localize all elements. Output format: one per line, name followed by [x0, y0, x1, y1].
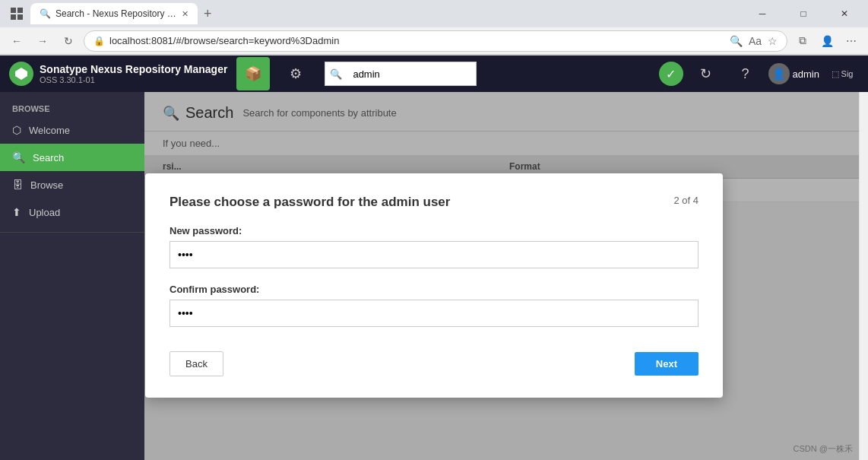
- main-content: 🔍 Search Search for components by attrib…: [144, 92, 859, 460]
- tab-favicon: 🔍: [40, 8, 51, 19]
- upload-sidebar-icon: ⬆: [12, 206, 21, 218]
- sidebar-item-upload[interactable]: ⬆ Upload: [0, 198, 144, 226]
- new-password-input[interactable]: [169, 241, 699, 268]
- tab-list-icon[interactable]: [6, 3, 27, 24]
- signout-label: ⬚ Sig: [832, 69, 854, 79]
- browser-addressbar: ← → ↻ 🔒 localhost:8081/#/browse/search=k…: [0, 27, 868, 55]
- back-button[interactable]: Back: [169, 351, 223, 376]
- sidebar-item-welcome-label: Welcome: [29, 125, 70, 136]
- back-button[interactable]: ←: [6, 30, 27, 52]
- refresh-nav-button[interactable]: ↻: [689, 57, 723, 90]
- svg-rect-3: [17, 14, 23, 20]
- address-bar-actions: 🔍 Aa ☆: [730, 35, 778, 47]
- welcome-icon: ⬡: [12, 124, 21, 136]
- logo-icon: [9, 62, 33, 86]
- address-bar[interactable]: 🔒 localhost:8081/#/browse/search=keyword…: [84, 30, 787, 52]
- modal-overlay: Please choose a password for the admin u…: [144, 92, 859, 460]
- modal-step: 2 of 4: [673, 195, 699, 206]
- settings-nav-button[interactable]: ⚙: [279, 57, 312, 90]
- sidebar-item-browse-label: Browse: [30, 179, 63, 191]
- browser-titlebar: 🔍 Search - Nexus Repository Mana ✕ + ─ □…: [0, 0, 868, 27]
- browse-nav-button[interactable]: 📦: [236, 57, 270, 90]
- search-sidebar-icon: 🔍: [12, 151, 25, 163]
- browser-chrome: 🔍 Search - Nexus Repository Mana ✕ + ─ □…: [0, 0, 868, 56]
- close-button[interactable]: ✕: [827, 3, 862, 24]
- browser-actions: ⧉ 👤 ⋯: [792, 30, 862, 52]
- modal-header: Please choose a password for the admin u…: [169, 195, 699, 210]
- svg-rect-2: [11, 14, 16, 20]
- new-tab-button[interactable]: +: [204, 6, 212, 22]
- reader-icon[interactable]: Aa: [749, 35, 762, 47]
- sidebar-browse-section: Browse ⬡ Welcome 🔍 Search 🗄 Browse ⬆ Upl…: [0, 92, 144, 233]
- modal-title: Please choose a password for the admin u…: [169, 195, 450, 210]
- sidebar-item-search[interactable]: 🔍 Search: [0, 144, 144, 171]
- app-container: Sonatype Nexus Repository Manager OSS 3.…: [0, 56, 868, 460]
- forward-button[interactable]: →: [32, 30, 53, 52]
- signout-button[interactable]: ⬚ Sig: [825, 57, 859, 90]
- sidebar-item-search-label: Search: [33, 152, 64, 163]
- content-area: Browse ⬡ Welcome 🔍 Search 🗄 Browse ⬆ Upl…: [0, 92, 868, 460]
- sidebar-section-title: Browse: [0, 98, 144, 116]
- browse-sidebar-icon: 🗄: [12, 179, 23, 191]
- svg-rect-1: [17, 8, 23, 13]
- check-status-button[interactable]: ✓: [659, 62, 683, 86]
- confirm-password-field: Confirm password:: [169, 284, 699, 327]
- app-title: Sonatype Nexus Repository Manager: [40, 63, 227, 75]
- confirm-password-input[interactable]: [169, 300, 699, 327]
- next-button[interactable]: Next: [635, 352, 699, 376]
- sidebar-item-welcome[interactable]: ⬡ Welcome: [0, 116, 144, 144]
- window-controls: ─ □ ✕: [745, 3, 862, 24]
- header-search-input[interactable]: [347, 68, 476, 80]
- header-right: ✓ ↻ ? 👤 admin ⬚ Sig: [659, 57, 859, 90]
- search-bar-icon: 🔍: [325, 68, 347, 80]
- modal-footer: Back Next: [169, 351, 699, 376]
- header-search-bar[interactable]: 🔍: [325, 62, 477, 86]
- minimize-button[interactable]: ─: [745, 3, 780, 24]
- app-subtitle: OSS 3.30.1-01: [40, 75, 227, 84]
- confirm-password-label: Confirm password:: [169, 284, 699, 295]
- password-modal: Please choose a password for the admin u…: [145, 173, 723, 398]
- svg-rect-0: [11, 8, 16, 13]
- help-nav-button[interactable]: ?: [729, 57, 762, 90]
- profile-button[interactable]: 👤: [816, 30, 838, 52]
- new-password-label: New password:: [169, 225, 699, 236]
- sidebar-item-browse[interactable]: 🗄 Browse: [0, 171, 144, 198]
- star-icon[interactable]: ☆: [768, 35, 778, 47]
- search-icon[interactable]: 🔍: [730, 35, 743, 47]
- lock-icon: 🔒: [93, 36, 105, 46]
- tab-close-button[interactable]: ✕: [182, 9, 188, 19]
- tab-title: Search - Nexus Repository Mana: [55, 8, 177, 19]
- menu-button[interactable]: ⋯: [841, 30, 862, 52]
- sidebar-item-upload-label: Upload: [29, 207, 60, 218]
- svg-marker-4: [15, 68, 27, 80]
- sidebar: Browse ⬡ Welcome 🔍 Search 🗄 Browse ⬆ Upl…: [0, 92, 144, 460]
- refresh-button[interactable]: ↻: [58, 30, 79, 52]
- maximize-button[interactable]: □: [786, 3, 821, 24]
- collections-button[interactable]: ⧉: [792, 30, 813, 52]
- browser-tab-active[interactable]: 🔍 Search - Nexus Repository Mana ✕: [30, 3, 198, 24]
- new-password-field: New password:: [169, 225, 699, 268]
- scrollbar[interactable]: [859, 92, 868, 460]
- user-name-label: admin: [793, 68, 819, 80]
- user-avatar-icon: 👤: [768, 63, 790, 84]
- url-text: localhost:8081/#/browse/search=keyword%3…: [109, 35, 725, 46]
- app-logo: Sonatype Nexus Repository Manager OSS 3.…: [9, 62, 227, 86]
- logo-text: Sonatype Nexus Repository Manager OSS 3.…: [40, 63, 227, 84]
- user-menu-button[interactable]: 👤 admin: [768, 63, 819, 84]
- app-header: Sonatype Nexus Repository Manager OSS 3.…: [0, 56, 868, 92]
